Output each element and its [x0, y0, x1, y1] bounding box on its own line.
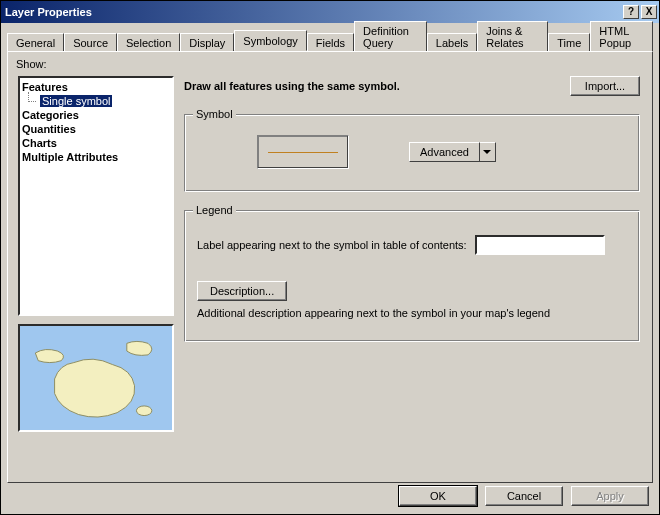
tab-time[interactable]: Time [548, 33, 590, 52]
legend-description-text: Additional description appearing next to… [197, 307, 550, 319]
legend-label-text: Label appearing next to the symbol in ta… [197, 239, 467, 251]
map-preview [18, 324, 174, 432]
dialog-window: Layer Properties ? X General Source Sele… [0, 0, 660, 515]
import-button[interactable]: Import... [570, 76, 640, 96]
titlebar: Layer Properties ? X [1, 1, 659, 23]
tab-strip: General Source Selection Display Symbolo… [7, 29, 653, 51]
show-label: Show: [16, 58, 644, 70]
dialog-buttons: OK Cancel Apply [399, 486, 649, 506]
advanced-dropdown[interactable]: Advanced [409, 142, 496, 162]
tree-node-charts[interactable]: Charts [22, 136, 170, 150]
svg-point-1 [136, 406, 151, 416]
window-title: Layer Properties [5, 6, 621, 18]
chevron-down-icon [480, 142, 496, 162]
tab-labels[interactable]: Labels [427, 33, 477, 52]
tab-display[interactable]: Display [180, 33, 234, 52]
tree-node-single-symbol[interactable]: Single symbol [22, 94, 170, 108]
legend-label-input[interactable] [475, 235, 605, 255]
symbol-group: Symbol Advanced [184, 114, 640, 192]
symbol-swatch[interactable] [257, 135, 349, 169]
symbology-tree[interactable]: Features Single symbol Categories Quanti… [18, 76, 174, 316]
tab-symbology[interactable]: Symbology [234, 30, 306, 51]
tree-node-features[interactable]: Features [22, 80, 170, 94]
tab-general[interactable]: General [7, 33, 64, 52]
help-button[interactable]: ? [623, 5, 639, 19]
left-pane: Features Single symbol Categories Quanti… [18, 76, 174, 432]
tree-node-multiple-attributes[interactable]: Multiple Attributes [22, 150, 170, 164]
advanced-button-label: Advanced [409, 142, 480, 162]
tab-joins-relates[interactable]: Joins & Relates [477, 21, 548, 52]
tab-fields[interactable]: Fields [307, 33, 354, 52]
ok-button[interactable]: OK [399, 486, 477, 506]
legend-group-legend: Legend [193, 204, 236, 216]
cancel-button[interactable]: Cancel [485, 486, 563, 506]
tab-selection[interactable]: Selection [117, 33, 180, 52]
tab-definition-query[interactable]: Definition Query [354, 21, 427, 52]
apply-button[interactable]: Apply [571, 486, 649, 506]
legend-group: Legend Label appearing next to the symbo… [184, 210, 640, 342]
close-button[interactable]: X [641, 5, 657, 19]
tab-html-popup[interactable]: HTML Popup [590, 21, 653, 52]
tree-node-quantities[interactable]: Quantities [22, 122, 170, 136]
tree-node-categories[interactable]: Categories [22, 108, 170, 122]
description-button[interactable]: Description... [197, 281, 287, 301]
right-pane: Draw all features using the same symbol.… [184, 76, 640, 342]
symbol-group-legend: Symbol [193, 108, 236, 120]
tab-panel: Show: Features Single symbol Categories … [7, 51, 653, 483]
tab-source[interactable]: Source [64, 33, 117, 52]
client-area: General Source Selection Display Symbolo… [1, 23, 659, 489]
symbology-heading: Draw all features using the same symbol. [184, 80, 570, 92]
